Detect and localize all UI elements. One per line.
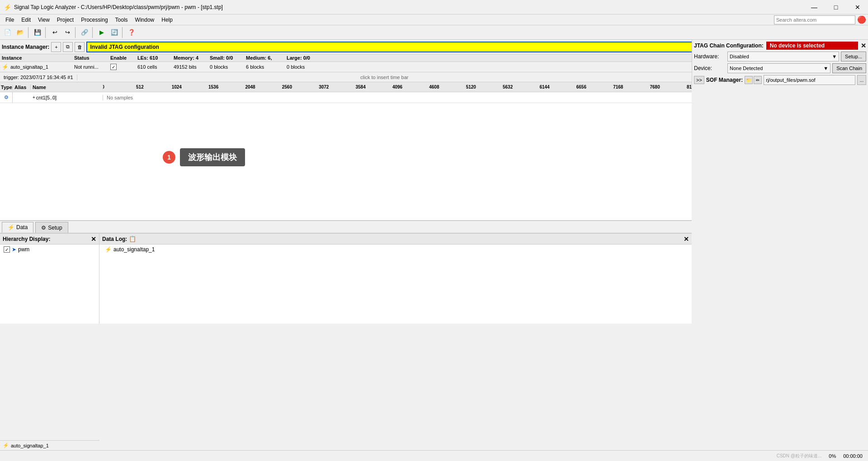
pwm-checkbox[interactable] bbox=[4, 246, 10, 253]
redo-button[interactable]: ↪ bbox=[61, 27, 73, 38]
enable-checkbox[interactable] bbox=[110, 64, 117, 70]
col-header-les: LEs: 610 bbox=[137, 55, 174, 61]
jtag-sof-arrow-button[interactable]: >> bbox=[694, 76, 704, 84]
toolbar-separator-4 bbox=[92, 27, 94, 38]
device-dropdown-arrow: ▼ bbox=[823, 66, 828, 71]
jtag-setup-button[interactable]: Setup... bbox=[841, 52, 866, 61]
bottom-panel: Hierarchy Display: ✕ ➤ pwm Data Log: 📋 ✕… bbox=[0, 233, 692, 324]
tab-setup[interactable]: ⚙ Setup bbox=[35, 222, 68, 233]
jtag-sof-open-icon[interactable]: 📁 bbox=[745, 76, 753, 84]
signal-data-area: No samples bbox=[103, 95, 692, 100]
jtag-sof-path: rj/output_files/pwm.sof bbox=[764, 75, 855, 85]
jtag-scan-chain-button[interactable]: Scan Chain bbox=[832, 63, 866, 73]
hierarchy-close-button[interactable]: ✕ bbox=[91, 235, 96, 243]
window-controls: — □ ✕ bbox=[804, 0, 868, 14]
jtag-no-device-label: No device is selected bbox=[766, 42, 858, 50]
jtag-hardware-value: Disabled bbox=[730, 54, 749, 59]
netlist-button[interactable]: 🔗 bbox=[79, 27, 90, 38]
tick-labels-row: 0512102415362048256030723584409646085120… bbox=[103, 82, 692, 92]
instance-small: 0 blocks bbox=[210, 64, 246, 70]
hierarchy-item-pwm[interactable]: ➤ pwm bbox=[0, 245, 99, 254]
save-button[interactable]: 💾 bbox=[32, 27, 43, 38]
toolbar-separator-1 bbox=[28, 27, 30, 38]
datalog-close-button[interactable]: ✕ bbox=[684, 235, 689, 243]
instance-status: Not runni... bbox=[74, 64, 110, 70]
instance-large: 0 blocks bbox=[287, 64, 323, 70]
jtag-sof-edit-icon[interactable]: ✏ bbox=[754, 76, 762, 84]
jtag-title-label: JTAG Chain Configuration: bbox=[694, 42, 764, 49]
minimize-button[interactable]: — bbox=[804, 0, 825, 14]
jtag-close-button[interactable]: ✕ bbox=[861, 42, 866, 49]
menu-window[interactable]: Window bbox=[132, 16, 158, 24]
title-text: Signal Tap Logic Analyzer - C:/Users/HP/… bbox=[14, 4, 864, 10]
instance-les: 610 cells bbox=[137, 64, 174, 70]
autorun-button[interactable]: 🔄 bbox=[108, 27, 120, 38]
jtag-hardware-row: Hardware: Disabled ▼ Setup... bbox=[694, 52, 866, 61]
menu-file[interactable]: File bbox=[2, 16, 18, 24]
tick-label-6144: 6144 bbox=[539, 85, 549, 89]
expand-icon[interactable]: + bbox=[33, 95, 35, 100]
open-button[interactable]: 📂 bbox=[14, 27, 26, 38]
datalog-panel: Data Log: 📋 ✕ ⚡ auto_signaltap_1 bbox=[99, 234, 692, 324]
jtag-sof-manager-label: SOF Manager: bbox=[706, 77, 743, 83]
datalog-icon: 📋 bbox=[129, 235, 136, 242]
jtag-hardware-label: Hardware: bbox=[694, 53, 726, 60]
bottom-instance-icon: ⚡ bbox=[3, 442, 9, 448]
instance-enable[interactable] bbox=[110, 64, 137, 70]
menu-tools[interactable]: Tools bbox=[112, 16, 132, 24]
instance-name: ⚡ auto_signaltap_1 bbox=[2, 64, 74, 70]
help-button[interactable]: ❓ bbox=[126, 27, 137, 38]
toolbar-separator-5 bbox=[122, 27, 124, 38]
bottom-instance-label: auto_signaltap_1 bbox=[11, 443, 49, 448]
menu-project[interactable]: Project bbox=[53, 16, 77, 24]
instance-delete-button[interactable]: 🗑 bbox=[75, 42, 85, 52]
tick-label-2560: 2560 bbox=[282, 85, 292, 89]
datalog-item-name: auto_signaltap_1 bbox=[113, 246, 155, 253]
datalog-item-icon: ⚡ bbox=[105, 246, 112, 253]
signal-row-0[interactable]: ⚙ + cnt1[5..0] No samples bbox=[0, 92, 692, 103]
jtag-device-dropdown[interactable]: None Detected ▼ bbox=[727, 63, 830, 73]
close-button[interactable]: ✕ bbox=[847, 0, 868, 14]
instance-medium: 6 blocks bbox=[246, 64, 287, 70]
tick-label-2048: 2048 bbox=[245, 85, 255, 89]
toolbar: 📄 📂 💾 ↩ ↪ 🔗 ▶ 🔄 ❓ bbox=[0, 25, 868, 40]
tab-data-icon: ⚡ bbox=[8, 224, 14, 230]
run-button[interactable]: ▶ bbox=[96, 27, 108, 38]
col-data-header: 0512102415362048256030723584409646085120… bbox=[103, 82, 692, 92]
waveform-area: 1 波形输出模块 bbox=[0, 103, 692, 221]
signal-type-icon: ⚙ bbox=[0, 92, 13, 103]
tick-label-5120: 5120 bbox=[466, 85, 476, 89]
tab-data[interactable]: ⚡ Data bbox=[2, 222, 33, 233]
signal-columns-header: Type Alias Name 051210241536204825603072… bbox=[0, 82, 692, 92]
undo-button[interactable]: ↩ bbox=[49, 27, 61, 38]
status-bar: CSDN @粒子的味道... 0% 00:00:00 bbox=[0, 450, 868, 461]
tick-label-7680: 7680 bbox=[650, 85, 660, 89]
jtag-sof-row: >> SOF Manager: 📁 ✏ rj/output_files/pwm.… bbox=[694, 75, 866, 85]
trigger-info: trigger: 2023/07/17 16:34:45 #1 bbox=[0, 75, 77, 80]
tick-label-512: 512 bbox=[136, 85, 144, 89]
jtag-sof-more-button[interactable]: ... bbox=[857, 75, 866, 85]
tick-label-4608: 4608 bbox=[429, 85, 439, 89]
search-input[interactable] bbox=[774, 15, 855, 24]
instance-add-button[interactable]: + bbox=[51, 42, 61, 52]
new-button[interactable]: 📄 bbox=[2, 27, 14, 38]
menu-edit[interactable]: Edit bbox=[18, 16, 34, 24]
jtag-title-row: JTAG Chain Configuration: No device is s… bbox=[694, 42, 866, 50]
tick-label-1536: 1536 bbox=[208, 85, 218, 89]
tick-label-7168: 7168 bbox=[613, 85, 623, 89]
menu-help[interactable]: Help bbox=[158, 16, 176, 24]
menu-processing[interactable]: Processing bbox=[77, 16, 111, 24]
title-bar: ⚡ Signal Tap Logic Analyzer - C:/Users/H… bbox=[0, 0, 868, 14]
instance-manager-label: Instance Manager: bbox=[2, 44, 49, 50]
notification-text: Invalid JTAG configuration bbox=[90, 44, 159, 50]
tick-label-8192: 8192 bbox=[687, 85, 692, 89]
instance-copy-button[interactable]: ⧉ bbox=[63, 42, 73, 52]
badge-number: 1 bbox=[163, 151, 175, 164]
jtag-hardware-dropdown[interactable]: Disabled ▼ bbox=[727, 52, 839, 61]
datalog-item-0[interactable]: ⚡ auto_signaltap_1 bbox=[99, 245, 692, 254]
menu-view[interactable]: View bbox=[34, 16, 53, 24]
wave-icon: ⚙ bbox=[4, 94, 9, 100]
maximize-button[interactable]: □ bbox=[826, 0, 846, 14]
instance-icon: ⚡ bbox=[2, 64, 9, 70]
hierarchy-pwm-label: pwm bbox=[18, 246, 29, 253]
